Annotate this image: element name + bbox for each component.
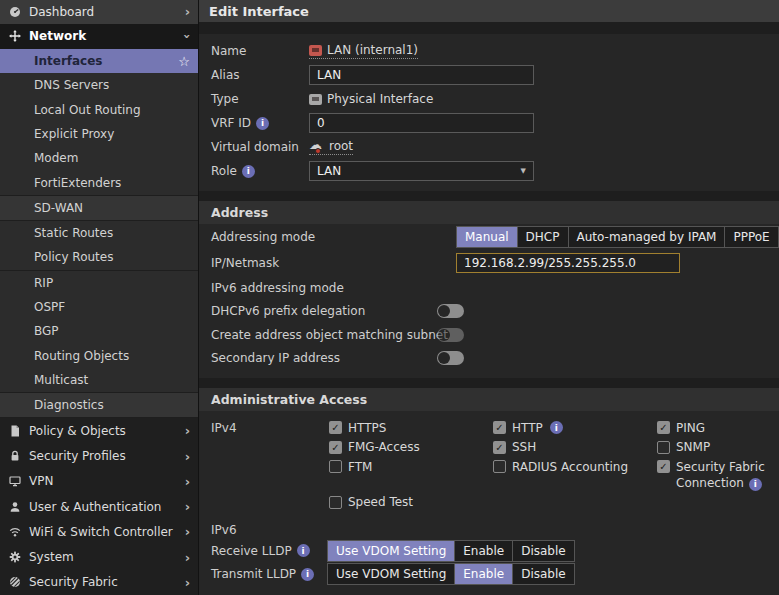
interface-name-text: LAN (internal1) xyxy=(327,43,418,57)
sidebar-item-bgp[interactable]: BGP xyxy=(0,319,198,343)
sidebar-item-label: OSPF xyxy=(34,300,65,314)
sidebar-item-policy-routes[interactable]: Policy Routes xyxy=(0,245,198,269)
sidebar-item-interfaces[interactable]: Interfaces xyxy=(0,49,198,73)
document-icon xyxy=(8,424,21,437)
checkbox-https[interactable]: HTTPS xyxy=(329,418,420,438)
segment-disable[interactable]: Disable xyxy=(512,564,574,584)
main-panel: Edit Interface Name LAN (internal1) Alia… xyxy=(198,0,779,595)
checkbox-ftm[interactable]: FTM xyxy=(329,457,420,477)
vdom-link[interactable]: root xyxy=(309,139,353,155)
sidebar-item-routing-objects[interactable]: Routing Objects xyxy=(0,343,198,367)
vrf-input[interactable]: 0 xyxy=(309,113,534,133)
sidebar-item-policy-objects[interactable]: Policy & Objects xyxy=(0,418,198,443)
sidebar-item-dashboard[interactable]: Dashboard xyxy=(0,0,198,24)
access-column-3: PING SNMP Security Fabric Connectioni xyxy=(657,418,779,491)
sidebar-item-vpn[interactable]: VPN xyxy=(0,469,198,494)
vdom-value: root xyxy=(329,139,353,153)
sidebar-item-dns-servers[interactable]: DNS Servers xyxy=(0,73,198,97)
gear-icon xyxy=(8,551,21,564)
interface-red-icon xyxy=(309,45,322,56)
sidebar: Dashboard Network Interfaces DNS Servers… xyxy=(0,0,198,595)
transmit-lldp-segmented: Use VDOM Setting Enable Disable xyxy=(327,563,575,585)
sidebar-item-label: Explicit Proxy xyxy=(34,127,114,141)
vdom-row: Virtual domain root xyxy=(199,135,779,159)
sidebar-item-network[interactable]: Network xyxy=(0,24,198,49)
segment-dhcp[interactable]: DHCP xyxy=(517,227,568,247)
segment-manual[interactable]: Manual xyxy=(457,227,517,247)
sidebar-item-multicast[interactable]: Multicast xyxy=(0,368,198,392)
segment-use-vdom-setting[interactable]: Use VDOM Setting xyxy=(328,564,454,584)
checkbox-radius-accounting[interactable]: RADIUS Accounting xyxy=(493,457,628,477)
checkbox-label: FMG-Access xyxy=(348,440,420,454)
checkbox-security-fabric-connection[interactable]: Security Fabric Connectioni xyxy=(657,457,779,491)
sidebar-item-explicit-proxy[interactable]: Explicit Proxy xyxy=(0,122,198,146)
sidebar-item-label: Policy & Objects xyxy=(29,424,126,438)
admin-access-section-header: Administrative Access xyxy=(199,388,779,411)
secondary-ip-toggle[interactable] xyxy=(437,351,464,365)
sidebar-item-label: Local Out Routing xyxy=(34,103,141,117)
dhcpv6-toggle[interactable] xyxy=(437,304,464,318)
checkbox-checked-icon xyxy=(493,421,506,434)
alias-input[interactable]: LAN xyxy=(309,65,534,85)
sidebar-item-label: Interfaces xyxy=(34,54,103,68)
app-window: Dashboard Network Interfaces DNS Servers… xyxy=(0,0,779,595)
segment-use-vdom-setting[interactable]: Use VDOM Setting xyxy=(328,541,454,561)
chevron-right-icon xyxy=(185,424,190,437)
checkbox-ping[interactable]: PING xyxy=(657,418,779,438)
segment-enable[interactable]: Enable xyxy=(454,541,512,561)
checkbox-checked-icon xyxy=(329,421,342,434)
chevron-right-icon xyxy=(185,525,190,538)
cloud-icon xyxy=(309,140,324,153)
create-address-object-toggle[interactable] xyxy=(437,328,464,342)
sidebar-item-diagnostics[interactable]: Diagnostics xyxy=(0,393,198,417)
star-icon[interactable] xyxy=(178,55,190,68)
sidebar-item-static-routes[interactable]: Static Routes xyxy=(0,221,198,245)
checkbox-snmp[interactable]: SNMP xyxy=(657,438,779,458)
segment-disable[interactable]: Disable xyxy=(512,541,574,561)
receive-lldp-label: Receive LLDP xyxy=(211,544,292,558)
sidebar-item-wifi-switch-controller[interactable]: WiFi & Switch Controller xyxy=(0,519,198,544)
checkbox-http[interactable]: HTTP i xyxy=(493,418,628,438)
checkbox-label: Speed Test xyxy=(348,495,413,509)
checkbox-unchecked-icon xyxy=(657,441,670,454)
vdom-label: Virtual domain xyxy=(211,140,299,154)
sidebar-item-modem[interactable]: Modem xyxy=(0,146,198,170)
role-label: Role xyxy=(211,164,237,178)
checkbox-checked-icon xyxy=(493,441,506,454)
sidebar-item-security-profiles[interactable]: Security Profiles xyxy=(0,444,198,469)
ipv6-mode-row: IPv6 addressing mode xyxy=(199,276,779,299)
red-dot-badge xyxy=(315,148,321,154)
sidebar-item-label: Security Profiles xyxy=(29,449,126,463)
checkbox-fmg-access[interactable]: FMG-Access xyxy=(329,438,420,458)
checkbox-ssh[interactable]: SSH xyxy=(493,438,628,458)
role-dropdown[interactable]: LAN xyxy=(309,161,534,181)
addressing-mode-label: Addressing mode xyxy=(211,230,315,244)
sidebar-item-rip[interactable]: RIP xyxy=(0,271,198,295)
addressing-mode-segmented: Manual DHCP Auto-managed by IPAM PPPoE xyxy=(456,226,779,248)
checkbox-speed-test[interactable]: Speed Test xyxy=(329,493,420,513)
divider xyxy=(199,378,779,388)
move-icon xyxy=(8,30,21,43)
chevron-right-icon xyxy=(185,576,190,589)
sidebar-item-user-authentication[interactable]: User & Authentication xyxy=(0,494,198,519)
ip-netmask-input[interactable]: 192.168.2.99/255.255.255.0 xyxy=(456,253,680,273)
vrf-label: VRF ID xyxy=(211,116,251,130)
checkbox-unchecked-icon xyxy=(329,460,342,473)
segment-enable[interactable]: Enable xyxy=(454,564,512,584)
checkbox-label: FTM xyxy=(348,460,372,474)
sidebar-item-ospf[interactable]: OSPF xyxy=(0,295,198,319)
sidebar-item-security-fabric[interactable]: Security Fabric xyxy=(0,570,198,595)
addressing-mode-row: Addressing mode Manual DHCP Auto-managed… xyxy=(199,224,779,250)
segment-pppoe[interactable]: PPPoE xyxy=(724,227,777,247)
interface-name-link[interactable]: LAN (internal1) xyxy=(309,43,418,59)
sidebar-item-sd-wan[interactable]: SD-WAN xyxy=(0,196,198,220)
chevron-down-icon xyxy=(181,34,194,39)
sidebar-item-fortiextenders[interactable]: FortiExtenders xyxy=(0,170,198,194)
ipv4-label: IPv4 xyxy=(211,421,237,435)
ipv6-label: IPv6 xyxy=(211,523,237,537)
sidebar-item-system[interactable]: System xyxy=(0,545,198,570)
receive-lldp-segmented: Use VDOM Setting Enable Disable xyxy=(327,540,575,562)
checkbox-checked-icon xyxy=(657,460,670,473)
sidebar-item-local-out-routing[interactable]: Local Out Routing xyxy=(0,97,198,121)
segment-auto-managed-ipam[interactable]: Auto-managed by IPAM xyxy=(568,227,725,247)
